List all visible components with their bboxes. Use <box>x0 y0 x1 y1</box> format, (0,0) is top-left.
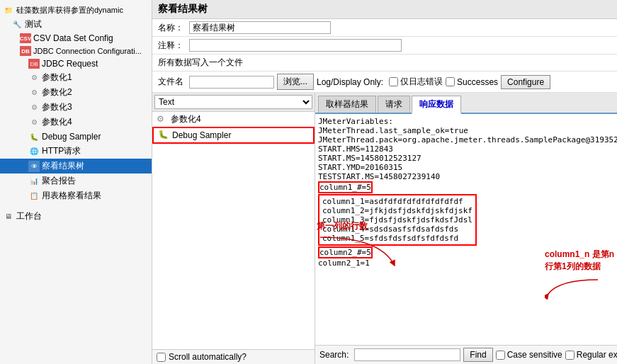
log-error-checkbox-label[interactable]: 仅日志错误 <box>389 76 443 88</box>
case-sensitive-checkbox[interactable] <box>496 351 505 360</box>
successes-checkbox-label[interactable]: Successes <box>446 77 498 87</box>
list-item-debug[interactable]: 🐛 Debug Sampler <box>152 127 315 144</box>
list-panel: Text XML JSON HTML Binary ⚙ 参数化4 🐛 Debug… <box>152 93 315 364</box>
result-line: column1_3=fjdsfjdskfjdsfkdsfJdsl <box>322 215 472 224</box>
tree-item-param1[interactable]: ⚙ 参数化1 <box>0 70 152 85</box>
result-line: START.HMS=112843 <box>318 144 614 154</box>
name-input[interactable] <box>189 21 331 34</box>
result-line: JMeterThread.last_sample_ok=true <box>318 126 614 135</box>
highlighted-block: column1_1=asdfdfdfdfdfdfdfdfdf column1_2… <box>318 194 477 246</box>
case-sensitive-text: Case sensitive <box>507 350 562 360</box>
file-note: 所有数据写入一个文件 <box>158 57 243 69</box>
test-icon: 🔧 <box>11 19 23 30</box>
result-line: column1_4=sdsdsasfsfdsafdsfds <box>322 224 472 234</box>
tree-item-test[interactable]: 🔧 测试 <box>0 17 152 32</box>
scroll-checkbox-label[interactable]: Scroll automatically? <box>157 352 247 362</box>
csv-icon: CSV <box>20 33 31 43</box>
comment-label: 注释： <box>158 40 183 52</box>
log-error-checkbox[interactable] <box>389 77 398 86</box>
tree-item-jdbc[interactable]: DB JDBC Connection Configurati... <box>0 45 152 57</box>
jdbc-icon: DB <box>20 46 31 56</box>
tree-item-agg[interactable]: 📊 聚合报告 <box>0 174 152 188</box>
case-sensitive-label[interactable]: Case sensitive <box>496 350 562 360</box>
tree-item-view[interactable]: 👁 察看结果树 <box>0 159 152 174</box>
file-label: 文件名 <box>158 76 183 88</box>
tree-label: Debug Sampler <box>42 132 101 142</box>
name-label: 名称： <box>158 22 183 34</box>
scroll-label: Scroll automatically? <box>169 352 247 362</box>
param4-icon: ⚙ <box>157 114 168 125</box>
param-icon: ⚙ <box>28 102 40 113</box>
search-label: Search: <box>319 350 349 360</box>
tree-item-param4[interactable]: ⚙ 参数化4 <box>0 115 152 130</box>
tab-request[interactable]: 请求 <box>378 96 410 113</box>
tab-sampler-result[interactable]: 取样器结果 <box>318 96 376 113</box>
regex-checkbox[interactable] <box>565 351 574 360</box>
agg-icon: 📊 <box>28 176 40 187</box>
result-line: START.YMD=20160315 <box>318 163 614 172</box>
scroll-auto-checkbox[interactable] <box>157 353 166 362</box>
debug-sampler-icon: 🐛 <box>158 130 169 141</box>
find-button[interactable]: Find <box>463 348 492 362</box>
tree-label: 察看结果树 <box>42 160 84 172</box>
result-line: column1_5=sfdsfdsfsdfsfdfdsfd <box>322 234 472 243</box>
file-input[interactable] <box>189 76 274 89</box>
tree-label: 参数化3 <box>42 101 72 113</box>
tree-label: 硅藻数据库获得参置的dynamic <box>16 5 123 16</box>
tab-response-data[interactable]: 响应数据 <box>412 96 461 114</box>
debug-icon: 🐛 <box>28 131 40 142</box>
result-line: column2_1=1 <box>318 258 614 268</box>
comment-input[interactable] <box>189 39 402 52</box>
result-line: column1_1=asdfdfdfdfdfdfdfdfdf <box>322 197 472 206</box>
list-item-label: Debug Sampler <box>172 130 231 140</box>
search-input[interactable] <box>354 348 460 361</box>
tree-item-csv[interactable]: CSV CSV Data Set Config <box>0 32 152 45</box>
regex-label[interactable]: Regular exp. <box>565 350 617 360</box>
table-icon: 📋 <box>28 190 40 202</box>
configure-button[interactable]: Configure <box>501 75 550 89</box>
result-line: JMeterThread.pack=org.apache.jmeter.thre… <box>318 135 614 144</box>
jdbcreq-icon: DB <box>28 59 40 69</box>
panel-title: 察看结果树 <box>152 0 617 19</box>
param-icon: ⚙ <box>28 87 40 98</box>
tree-item-workspace[interactable]: 🖥 工作台 <box>0 209 152 224</box>
regex-text: Regular exp. <box>577 350 617 360</box>
tree-item-table[interactable]: 📋 用表格察看结果 <box>0 188 152 203</box>
result-line-highlighted: column1_#=5 <box>318 181 614 193</box>
file-note-row: 所有数据写入一个文件 <box>152 55 617 72</box>
param-icon: ⚙ <box>28 117 40 128</box>
list-item-param4[interactable]: ⚙ 参数化4 <box>152 112 315 127</box>
result-line: START.MS=1458012523127 <box>318 154 614 163</box>
left-tree-panel: 📁 硅藻数据库获得参置的dynamic 🔧 测试 CSV CSV Data Se… <box>0 0 152 364</box>
highlighted-line1: column1_#=5 <box>318 181 373 193</box>
param-icon: ⚙ <box>28 72 40 84</box>
tree-item-dynamic[interactable]: 📁 硅藻数据库获得参置的dynamic <box>0 3 152 17</box>
result-line: JMeterVariables: <box>318 117 614 126</box>
http-icon: 🌐 <box>28 146 40 157</box>
tree-label: 参数化2 <box>42 86 72 98</box>
comment-row: 注释： <box>152 37 617 55</box>
right-panel: 察看结果树 名称： 注释： 所有数据写入一个文件 文件名 浏览... Log/D… <box>152 0 617 364</box>
log-error-label: 仅日志错误 <box>400 76 443 88</box>
tree-item-param3[interactable]: ⚙ 参数化3 <box>0 100 152 115</box>
tree-item-jdbcreq[interactable]: DB JDBC Request <box>0 57 152 70</box>
tree-label: HTTP请求 <box>42 145 81 157</box>
file-row: 文件名 浏览... Log/Display Only: 仅日志错误 Succes… <box>152 72 617 93</box>
list-footer: Scroll automatically? <box>152 349 315 364</box>
successes-checkbox[interactable] <box>446 77 455 86</box>
tree-label: JDBC Connection Configurati... <box>33 47 142 55</box>
highlighted-line2: column2_#=5 <box>318 246 373 258</box>
tree-item-http[interactable]: 🌐 HTTP请求 <box>0 144 152 159</box>
browse-button[interactable]: 浏览... <box>277 74 314 90</box>
workspace-icon: 🖥 <box>3 211 14 222</box>
list-type-dropdown[interactable]: Text XML JSON HTML Binary <box>154 95 312 109</box>
tree-label: 聚合报告 <box>42 175 76 187</box>
tree-item-debug[interactable]: 🐛 Debug Sampler <box>0 130 152 144</box>
tree-item-param2[interactable]: ⚙ 参数化2 <box>0 85 152 100</box>
list-body: ⚙ 参数化4 🐛 Debug Sampler <box>152 112 315 349</box>
content-wrapper: Text XML JSON HTML Binary ⚙ 参数化4 🐛 Debug… <box>152 93 617 364</box>
successes-label: Successes <box>457 77 498 87</box>
result-line: column1_2=jfkjdsfjdskfdjskfdjskf <box>322 206 472 215</box>
tree-label: 参数化1 <box>42 72 72 84</box>
tabs-row: 取样器结果 请求 响应数据 <box>315 93 617 114</box>
